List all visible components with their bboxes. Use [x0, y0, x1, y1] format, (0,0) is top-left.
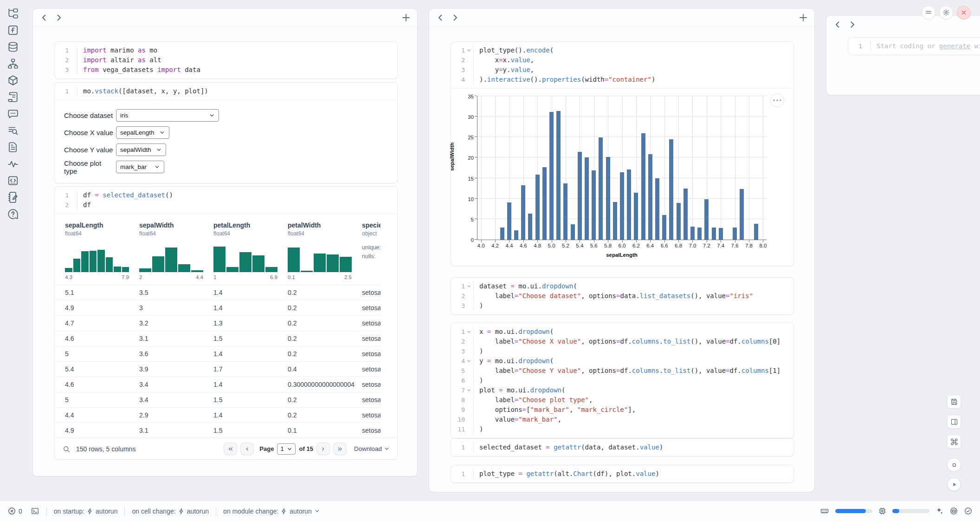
search-icon[interactable] — [62, 445, 71, 453]
menu-button[interactable] — [922, 6, 935, 20]
code-text: x=x.value, — [473, 55, 793, 65]
code-cell-plot-type[interactable]: 1plot_type = getattr(alt.Chart(df), plot… — [451, 465, 794, 483]
scroll-icon[interactable] — [7, 91, 19, 103]
code-cell-selected-dataset[interactable]: 1selected_dataset = getattr(data, datase… — [451, 438, 794, 456]
chart-bar — [620, 172, 624, 240]
fold-marker-icon[interactable] — [465, 281, 472, 291]
column-name: sepalLength — [65, 221, 139, 229]
command-palette-button[interactable] — [947, 435, 961, 449]
prev-page-button[interactable] — [240, 443, 254, 455]
runmode-3[interactable]: on module change:autorun — [223, 508, 320, 515]
dropdown-select-sepalLength[interactable]: sepalLength — [116, 126, 169, 139]
bar-chart-plot-area[interactable]: 051015202530354.04.24.44.64.85.05.25.45.… — [477, 96, 767, 240]
table-cell: 4.4 — [65, 411, 139, 419]
run-all-button[interactable] — [947, 477, 961, 491]
dropdown-select-sepalWidth[interactable]: sepalWidth — [116, 143, 166, 156]
fold-spacer — [69, 46, 76, 55]
code-cell-plot[interactable]: 1plot_type().encode(2 x=x.value,3 y=y.va… — [451, 41, 794, 266]
gridline-x — [721, 96, 721, 240]
code-cell-vstack[interactable]: 1mo.vstack([dataset, x, y, plot]) Choose… — [54, 82, 398, 183]
code-line: 10 value="mark_bar", — [451, 415, 793, 424]
column-histogram — [213, 243, 277, 272]
line-number: 7 — [451, 385, 465, 395]
add-cell-icon[interactable] — [400, 12, 412, 23]
y-tick-label: 35 — [459, 94, 474, 99]
chevron-left-icon[interactable] — [39, 12, 50, 23]
chart-menu-button[interactable] — [770, 93, 784, 107]
shutdown-button[interactable] — [957, 6, 971, 20]
package-cube-icon[interactable] — [7, 74, 19, 86]
histogram-bar — [252, 255, 264, 272]
code-cell-xy-plot-dropdowns[interactable]: 1x = mo.ui.dropdown(2 label="Choose X va… — [451, 323, 794, 438]
dropdown-select-iris[interactable]: iris — [116, 109, 219, 122]
table-cell: setosa — [362, 304, 380, 312]
histogram-bar — [106, 257, 113, 272]
left-icon-sidebar — [0, 0, 26, 220]
notebook-pen-icon[interactable] — [7, 191, 19, 203]
code-cell-imports[interactable]: 1import marimo as mo2import altair as al… — [54, 41, 398, 79]
fold-marker-icon[interactable] — [465, 385, 472, 395]
errors-icon[interactable] — [7, 507, 16, 515]
empty-code-cell[interactable]: 1 Start coding or generate with — [848, 37, 980, 55]
list-search-icon[interactable] — [7, 124, 19, 137]
chart-bar — [556, 111, 561, 240]
chart-bar — [542, 167, 547, 240]
add-cell-icon[interactable] — [798, 12, 809, 23]
page-select[interactable]: 1 — [277, 443, 295, 455]
save-button[interactable] — [947, 395, 961, 409]
x-tick-label: 6.6 — [661, 243, 668, 248]
stop-kernel-button[interactable] — [947, 458, 961, 472]
runmode-value: autorun — [187, 508, 209, 515]
chevron-right-icon[interactable] — [450, 12, 461, 23]
column-histogram — [65, 243, 129, 272]
chat-bot-icon[interactable] — [7, 108, 19, 120]
connection-status-icon[interactable] — [964, 507, 973, 515]
gridline-x — [692, 96, 693, 240]
chevron-right-icon[interactable] — [847, 19, 858, 30]
x-axis-tick — [552, 240, 552, 242]
x-axis-tick — [580, 240, 580, 242]
activity-icon[interactable] — [7, 158, 19, 170]
next-page-button[interactable] — [316, 443, 330, 455]
dropdown-select-mark_bar[interactable]: mark_bar — [116, 161, 164, 173]
runmode-1[interactable]: on startup:autorun — [54, 508, 118, 515]
code-cell-dataframe[interactable]: 1df = selected_dataset()2df sepalLengthf… — [54, 186, 398, 460]
runmode-2[interactable]: on cell change:autorun — [132, 508, 209, 515]
hierarchy-icon[interactable] — [7, 58, 19, 70]
table-cell: 0.30000000000000004 — [288, 381, 362, 388]
code-text: df = selected_dataset() — [77, 190, 397, 200]
table-cell: 4.6 — [65, 381, 139, 388]
chevron-down-icon — [209, 112, 215, 118]
copilot-icon[interactable] — [949, 507, 958, 515]
dropdown-value: mark_bar — [120, 163, 147, 170]
function-square-icon[interactable] — [7, 24, 19, 36]
fold-marker-icon[interactable] — [465, 46, 472, 55]
line-number: 3 — [451, 346, 465, 356]
help-bubble-icon[interactable] — [7, 208, 19, 220]
chevron-right-icon[interactable] — [53, 12, 64, 23]
line-number: 5 — [451, 366, 465, 376]
x-tick-label: 6.4 — [646, 243, 654, 248]
table-cell: 4.7 — [65, 319, 139, 327]
file-tree-icon[interactable] — [7, 7, 19, 20]
chart-bar — [549, 112, 554, 240]
chevron-left-icon[interactable] — [832, 19, 843, 30]
editor-placeholder[interactable]: Start coding or generate with — [877, 42, 980, 50]
code-box-icon[interactable] — [7, 175, 19, 187]
settings-button[interactable] — [939, 6, 953, 20]
document-icon[interactable] — [7, 141, 19, 153]
fold-marker-icon[interactable] — [465, 356, 472, 366]
database-icon[interactable] — [7, 41, 19, 53]
first-page-button[interactable] — [224, 443, 237, 455]
page-total-label: of 15 — [299, 445, 313, 452]
download-button[interactable]: Download — [354, 445, 390, 452]
terminal-icon[interactable] — [31, 507, 39, 515]
fold-marker-icon[interactable] — [465, 327, 472, 337]
last-page-button[interactable] — [333, 443, 347, 455]
lightning-icon — [281, 508, 287, 514]
layout-toggle-button[interactable] — [947, 415, 961, 429]
column-header-sepalWidth: sepalWidthfloat6424.4 — [139, 221, 213, 280]
sparkles-icon[interactable] — [935, 507, 944, 515]
code-cell-dataset-dropdown[interactable]: 1dataset = mo.ui.dropdown(2 label="Choos… — [451, 277, 794, 315]
chevron-left-icon[interactable] — [435, 12, 446, 23]
